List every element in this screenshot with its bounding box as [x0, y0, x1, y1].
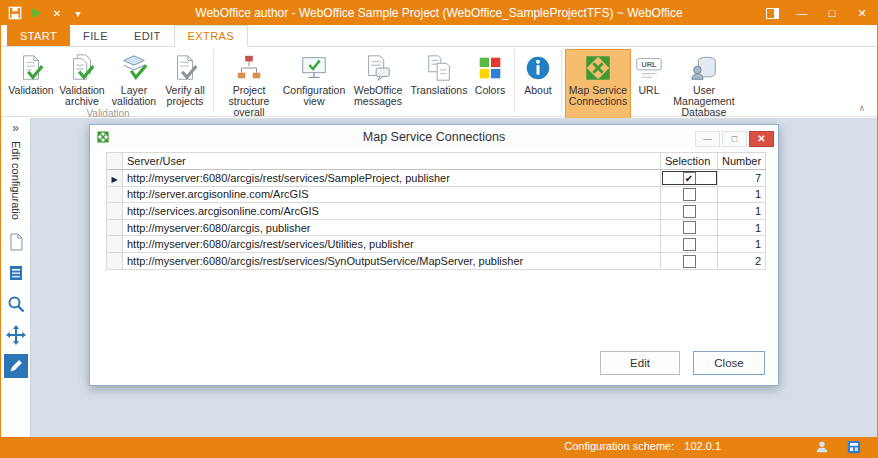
ribbon-item-verify-all-projects[interactable]: Verify all projects: [160, 49, 210, 108]
tab-file[interactable]: FILE: [70, 25, 121, 46]
tab-edit[interactable]: EDIT: [121, 25, 174, 46]
ribbon-item-colors[interactable]: Colors: [469, 49, 511, 119]
cell-server[interactable]: http://services.arcgisonline.com/ArcGIS: [123, 203, 661, 220]
ribbon-item-layer-validation[interactable]: Layer validation: [108, 49, 160, 108]
run-button[interactable]: [28, 5, 44, 21]
quick-close-button[interactable]: ✕: [49, 5, 65, 21]
sidebar-tool-legend[interactable]: [4, 261, 28, 285]
title-bar: ✕ ▾ WebOffice author - WebOffice Sample …: [1, 1, 877, 25]
ribbon-item-validation-archive[interactable]: Validation archive: [56, 49, 108, 108]
dialog-controls: — □ ✕: [695, 128, 778, 147]
ribbon-item-map-service-connections[interactable]: Map Service Connections: [565, 49, 631, 119]
user-management-database-icon: [689, 52, 719, 84]
ribbon-item-url[interactable]: URL URL: [631, 49, 667, 119]
edit-button[interactable]: Edit: [600, 351, 680, 375]
window-title: WebOffice author - WebOffice Sample Proj…: [1, 6, 877, 20]
selection-checkbox[interactable]: [683, 255, 696, 268]
cell-number[interactable]: 7: [718, 170, 766, 187]
pen-icon: [6, 356, 26, 376]
ribbon-item-configuration-view[interactable]: Configuration view: [281, 49, 347, 119]
cell-server[interactable]: http://server.arcgisonline.com/ArcGIS: [123, 186, 661, 203]
ribbon-item-user-management-database[interactable]: User Management Database: [667, 49, 741, 119]
collapse-ribbon-button[interactable]: ∧: [858, 103, 865, 113]
ribbon-item-validation[interactable]: Validation: [6, 49, 56, 108]
status-bar: Configuration scheme: 102.0.1: [1, 437, 877, 457]
maximize-button[interactable]: □: [817, 1, 847, 25]
cell-selection[interactable]: [661, 252, 718, 269]
cell-server[interactable]: http://myserver:6080/arcgis/rest/service…: [123, 236, 661, 253]
selection-checkbox[interactable]: [683, 188, 696, 201]
url-icon: URL: [634, 52, 664, 84]
selection-checkbox[interactable]: ✔: [683, 172, 696, 185]
table-row[interactable]: http://server.arcgisonline.com/ArcGIS 1: [107, 186, 766, 203]
ribbon-item-label: Verify all projects: [162, 85, 208, 107]
colors-icon: [475, 52, 505, 84]
cell-selection[interactable]: ✔: [661, 170, 718, 187]
ribbon-item-label: Layer validation: [110, 85, 158, 107]
ribbon-item-label: Translations: [411, 85, 468, 96]
cell-number[interactable]: 2: [718, 252, 766, 269]
ribbon-item-label: Project structure overall: [219, 85, 279, 118]
ribbon-item-translations[interactable]: Translations: [409, 49, 469, 119]
table-row[interactable]: http://services.arcgisonline.com/ArcGIS …: [107, 203, 766, 220]
ribbon-item-project-structure[interactable]: Project structure overall: [217, 49, 281, 119]
about-icon: [523, 52, 553, 84]
sidebar-tool-search[interactable]: [4, 292, 28, 316]
tab-start[interactable]: START: [7, 25, 70, 46]
cell-selection[interactable]: [661, 236, 718, 253]
ribbon-item-about[interactable]: About: [518, 49, 558, 103]
column-header-selection[interactable]: Selection: [661, 153, 718, 170]
expand-panel-button[interactable]: »: [12, 121, 19, 137]
row-header-corner: [107, 153, 123, 170]
save-icon: [8, 6, 22, 20]
weboffice-messages-icon: [363, 52, 393, 84]
minimize-button[interactable]: —: [787, 1, 817, 25]
table-row[interactable]: http://myserver:6080/arcgis/rest/service…: [107, 236, 766, 253]
cell-server[interactable]: http://myserver:6080/arcgis/rest/service…: [123, 170, 661, 187]
selection-checkbox[interactable]: [683, 205, 696, 218]
configuration-view-icon: [299, 52, 329, 84]
selection-checkbox[interactable]: [683, 221, 696, 234]
user-status-button[interactable]: [815, 440, 829, 454]
app-status-button[interactable]: [847, 440, 861, 454]
table-row[interactable]: ▶ http://myserver:6080/arcgis/rest/servi…: [107, 170, 766, 187]
dialog-maximize-button[interactable]: □: [722, 131, 747, 147]
tab-extras[interactable]: EXTRAS: [174, 25, 248, 47]
save-button[interactable]: [7, 5, 23, 21]
cell-number[interactable]: 1: [718, 236, 766, 253]
table-row[interactable]: http://myserver:6080/arcgis, publisher 1: [107, 219, 766, 236]
map-service-connections-dialog: Map Service Connections — □ ✕ Server/Use…: [89, 124, 779, 386]
cell-number[interactable]: 1: [718, 186, 766, 203]
layer-validation-icon: [119, 52, 149, 84]
magnifier-icon: [6, 294, 26, 314]
cell-number[interactable]: 1: [718, 203, 766, 220]
ribbon-item-label: Colors: [475, 85, 505, 96]
cell-server[interactable]: http://myserver:6080/arcgis/rest/service…: [123, 252, 661, 269]
column-header-server-user[interactable]: Server/User: [123, 153, 661, 170]
cell-selection[interactable]: [661, 186, 718, 203]
dialog-close-button[interactable]: ✕: [749, 131, 774, 147]
cell-number[interactable]: 1: [718, 219, 766, 236]
ribbon-group-staging: Map Service Connections URL URL User Man…: [563, 47, 743, 116]
dock-window-button[interactable]: [757, 1, 787, 25]
close-dialog-button[interactable]: Close: [693, 351, 765, 375]
column-header-number[interactable]: Number: [718, 153, 766, 170]
dialog-minimize-button[interactable]: —: [695, 131, 720, 147]
sidebar-tool-move[interactable]: [4, 323, 28, 347]
sidebar-tool-edit[interactable]: [4, 354, 28, 378]
play-icon: [29, 6, 43, 20]
quick-access-toolbar: ✕ ▾: [1, 5, 86, 21]
table-row[interactable]: http://myserver:6080/arcgis/rest/service…: [107, 252, 766, 269]
cell-selection[interactable]: [661, 219, 718, 236]
close-button[interactable]: ✕: [847, 1, 877, 25]
validation-icon: [16, 52, 46, 84]
sidebar-panel-tab[interactable]: Edit configuratio: [10, 141, 22, 220]
sidebar-tool-new-document[interactable]: [4, 230, 28, 254]
qat-dropdown-button[interactable]: ▾: [70, 5, 86, 21]
ribbon-item-weboffice-messages[interactable]: WebOffice messages: [347, 49, 409, 119]
cell-server[interactable]: http://myserver:6080/arcgis, publisher: [123, 219, 661, 236]
cell-selection[interactable]: [661, 203, 718, 220]
selection-checkbox[interactable]: [683, 238, 696, 251]
ribbon-item-label: Validation archive: [58, 85, 106, 107]
dialog-title-bar[interactable]: Map Service Connections — □ ✕: [90, 125, 778, 149]
